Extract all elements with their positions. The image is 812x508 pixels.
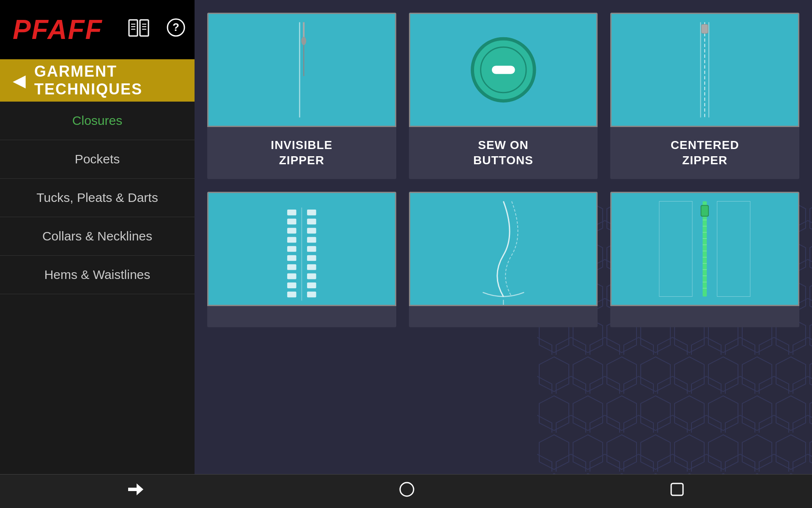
help-icon[interactable]: ? — [166, 18, 186, 41]
svg-rect-79 — [671, 483, 683, 495]
main-content: INVISIBLEZIPPER — [195, 0, 812, 474]
logo: PFAFF — [13, 14, 103, 45]
card-label-zipper-teeth — [207, 306, 396, 327]
svg-rect-61 — [659, 201, 692, 296]
nav-home-icon[interactable] — [398, 481, 415, 502]
cards-grid: INVISIBLEZIPPER — [207, 13, 799, 327]
nav-back-icon[interactable] — [127, 482, 144, 501]
svg-rect-45 — [287, 282, 296, 288]
nav-item-tucks[interactable]: Tucks, Pleats & Darts — [0, 179, 195, 217]
card-curved-seam[interactable] — [409, 192, 598, 327]
svg-rect-53 — [307, 264, 316, 270]
card-label-sew-on-buttons: SEW ONBUTTONS — [409, 127, 598, 179]
svg-rect-58 — [425, 193, 582, 305]
svg-rect-39 — [287, 228, 296, 234]
back-arrow-icon[interactable]: ◀ — [13, 71, 26, 90]
svg-rect-22 — [223, 14, 381, 126]
svg-rect-42 — [287, 255, 296, 261]
svg-rect-47 — [307, 210, 316, 215]
nav-item-collars[interactable]: Collars & Necklines — [0, 217, 195, 256]
svg-rect-43 — [287, 264, 296, 270]
svg-rect-38 — [287, 218, 296, 224]
card-label-centered-zipper: CENTEREDZIPPER — [610, 127, 799, 179]
svg-rect-56 — [307, 291, 316, 297]
section-title: GARMENT TECHNIQUES — [34, 63, 182, 98]
svg-rect-62 — [717, 201, 750, 296]
svg-rect-46 — [287, 291, 296, 297]
svg-text:?: ? — [173, 21, 179, 33]
svg-rect-35 — [702, 24, 708, 33]
card-label-green-zipper — [610, 306, 799, 327]
nav-item-closures[interactable]: Closures — [0, 102, 195, 140]
svg-rect-37 — [287, 210, 296, 215]
svg-marker-77 — [128, 483, 143, 495]
svg-rect-41 — [287, 246, 296, 252]
bottom-bar — [0, 474, 812, 508]
svg-rect-44 — [287, 273, 296, 279]
section-header[interactable]: ◀ GARMENT TECHNIQUES — [0, 59, 195, 102]
svg-rect-55 — [307, 282, 316, 288]
svg-rect-50 — [307, 237, 316, 243]
card-label-curved-seam — [409, 306, 598, 327]
svg-point-26 — [301, 37, 306, 45]
svg-rect-64 — [701, 205, 709, 216]
card-image-green-zipper — [610, 192, 799, 306]
svg-rect-48 — [307, 218, 316, 224]
card-image-sew-on-buttons — [409, 13, 598, 127]
card-image-invisible-zipper — [207, 13, 396, 127]
svg-rect-52 — [307, 255, 316, 261]
nav-item-hems[interactable]: Hems & Waistlines — [0, 256, 195, 294]
card-image-zipper-teeth — [207, 192, 396, 306]
card-image-centered-zipper — [610, 13, 799, 127]
svg-rect-0 — [129, 20, 137, 36]
nav-item-pockets[interactable]: Pockets — [0, 140, 195, 179]
nav-items: Closures Pockets Tucks, Pleats & Darts C… — [0, 102, 195, 294]
nav-recent-icon[interactable] — [669, 482, 685, 501]
svg-rect-1 — [140, 20, 148, 36]
card-sew-on-buttons[interactable]: SEW ONBUTTONS — [409, 13, 598, 179]
svg-rect-54 — [307, 273, 316, 279]
svg-rect-49 — [307, 228, 316, 234]
card-image-curved-seam — [409, 192, 598, 306]
card-centered-zipper[interactable]: CENTEREDZIPPER — [610, 13, 799, 179]
card-green-zipper[interactable] — [610, 192, 799, 327]
card-zipper-teeth[interactable] — [207, 192, 396, 327]
svg-point-78 — [400, 483, 414, 496]
book-icon[interactable] — [128, 18, 149, 41]
svg-rect-30 — [492, 66, 515, 74]
top-bar: PFAFF ? — [0, 0, 195, 59]
sidebar: PFAFF ? — [0, 0, 195, 474]
card-invisible-zipper[interactable]: INVISIBLEZIPPER — [207, 13, 396, 179]
svg-rect-40 — [287, 237, 296, 243]
card-label-invisible-zipper: INVISIBLEZIPPER — [207, 127, 396, 179]
svg-rect-51 — [307, 246, 316, 252]
